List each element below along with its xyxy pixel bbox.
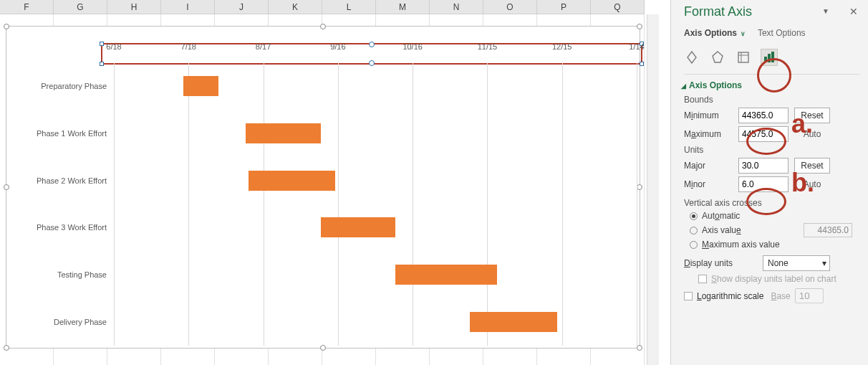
pane-icon-row — [684, 49, 859, 65]
show-units-checkbox[interactable] — [698, 275, 707, 283]
vertical-axis-crosses-label: Vertical axis crosses — [684, 198, 859, 208]
spreadsheet-area: F G H I J K L M N O P Q — [0, 0, 659, 365]
col-head[interactable]: G — [54, 0, 107, 14]
size-properties-icon[interactable] — [736, 49, 751, 65]
minor-label: Minor — [684, 179, 738, 189]
axis-tick-label[interactable]: 9/16 — [330, 42, 345, 51]
svg-rect-1 — [738, 52, 748, 62]
axis-tick-label[interactable]: 6/18 — [106, 42, 121, 51]
show-units-label: Show display units label on chart — [711, 274, 836, 284]
gantt-bar[interactable] — [321, 217, 395, 237]
axis-tick-label[interactable]: 10/16 — [402, 42, 423, 51]
col-head[interactable]: K — [269, 0, 322, 14]
axis-value-input[interactable] — [804, 223, 852, 237]
log-base-input[interactable] — [795, 288, 824, 303]
axis-options-icon[interactable] — [761, 49, 777, 65]
format-axis-pane: Format Axis ▼ ✕ Axis Options ∨ Text Opti… — [670, 0, 868, 365]
pane-options-chevron-icon[interactable]: ▼ — [822, 7, 829, 15]
col-head[interactable]: F — [0, 0, 54, 14]
resize-handle[interactable] — [637, 184, 642, 190]
resize-handle[interactable] — [4, 184, 9, 190]
major-input[interactable] — [738, 158, 789, 174]
col-head[interactable]: Q — [591, 0, 645, 14]
gantt-bar[interactable] — [183, 76, 218, 96]
category-label[interactable]: Phase 1 Work Effort — [6, 129, 107, 138]
col-head[interactable]: M — [376, 0, 430, 14]
svg-rect-3 — [768, 54, 771, 62]
col-head[interactable]: L — [322, 0, 376, 14]
log-scale-label: Logarithmic scale — [697, 291, 763, 301]
tab-axis-options[interactable]: Axis Options ∨ — [684, 28, 746, 38]
resize-handle[interactable] — [4, 345, 9, 351]
column-headers: F G H I J K L M N O P Q — [0, 0, 645, 14]
display-units-label: Display units — [684, 258, 763, 268]
maximum-label: Maximum — [684, 129, 738, 139]
axis-tick-label[interactable]: 7/18 — [181, 42, 196, 51]
gantt-bar[interactable] — [249, 171, 336, 191]
axis-tick-label[interactable]: 1/14 — [629, 42, 644, 51]
col-head[interactable]: H — [107, 0, 161, 14]
radio-automatic[interactable]: Automatic — [690, 211, 859, 221]
log-base-label: Base — [771, 291, 790, 301]
axis-sel-handle[interactable] — [640, 62, 644, 66]
close-pane-icon[interactable]: ✕ — [849, 6, 858, 17]
svg-marker-0 — [713, 52, 723, 62]
major-label: Major — [684, 161, 738, 171]
axis-tick-label[interactable]: 8/17 — [256, 42, 271, 51]
display-units-select[interactable]: None▾ — [763, 255, 830, 271]
category-label[interactable]: Preparatory Phase — [6, 82, 107, 90]
gantt-bar[interactable] — [470, 312, 557, 332]
radio-maximum-axis-value[interactable]: Maximum axis value — [690, 240, 859, 250]
axis-sel-handle[interactable] — [100, 42, 104, 46]
plot-area[interactable]: 6/187/188/179/1610/1611/1512/151/14Prepa… — [114, 62, 637, 346]
units-label: Units — [684, 145, 859, 155]
axis-tick-label[interactable]: 11/15 — [478, 42, 498, 51]
category-label[interactable]: Phase 2 Work Effort — [6, 176, 107, 185]
minimum-input[interactable] — [738, 108, 789, 123]
chevron-down-icon: ▾ — [822, 258, 826, 268]
axis-sel-handle[interactable] — [369, 42, 375, 47]
tab-text-options[interactable]: Text Options — [758, 28, 806, 38]
chart-object[interactable]: 6/187/188/179/1610/1611/1512/151/14Prepa… — [6, 26, 640, 349]
resize-handle[interactable] — [320, 24, 326, 29]
minor-input[interactable] — [738, 176, 789, 192]
gantt-bar[interactable] — [246, 123, 320, 143]
scrollbar-vertical[interactable] — [647, 14, 659, 365]
section-axis-options[interactable]: ◢Axis Options — [681, 80, 859, 90]
effects-icon[interactable] — [710, 49, 725, 65]
col-head[interactable]: J — [215, 0, 269, 14]
resize-handle[interactable] — [637, 345, 642, 351]
category-label[interactable]: Phase 3 Work Effort — [6, 223, 107, 232]
resize-handle[interactable] — [4, 24, 9, 29]
axis-tick-label[interactable]: 12/15 — [552, 42, 572, 51]
major-reset-button[interactable]: Reset — [794, 158, 830, 174]
maximum-input[interactable] — [738, 126, 789, 142]
maximum-auto-label: Auto — [794, 129, 830, 139]
minor-auto-label: Auto — [794, 179, 830, 189]
col-head[interactable]: I — [161, 0, 215, 14]
col-head[interactable]: N — [430, 0, 483, 14]
minimum-reset-button[interactable]: Reset — [794, 108, 830, 123]
svg-rect-2 — [764, 57, 767, 62]
svg-rect-4 — [771, 52, 774, 62]
minimum-label: Minimum — [684, 110, 738, 120]
radio-axis-value[interactable]: Axis value — [690, 223, 859, 237]
fill-line-icon[interactable] — [684, 49, 700, 65]
col-head[interactable]: P — [537, 0, 591, 14]
gantt-bar[interactable] — [395, 265, 498, 285]
log-scale-checkbox[interactable] — [684, 292, 693, 300]
col-head[interactable]: O — [483, 0, 537, 14]
pane-title: Format Axis — [684, 4, 859, 19]
bounds-label: Bounds — [684, 95, 859, 105]
category-label[interactable]: Testing Phase — [6, 270, 107, 279]
resize-handle[interactable] — [637, 24, 642, 29]
resize-handle[interactable] — [320, 345, 326, 351]
category-label[interactable]: Delivery Phase — [6, 318, 107, 326]
axis-sel-handle[interactable] — [100, 62, 104, 66]
